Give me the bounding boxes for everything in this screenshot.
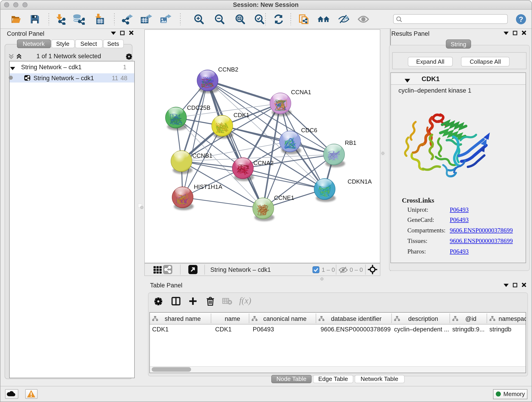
svg-text:CDK1: CDK1 [234, 111, 249, 118]
svg-text:RB1: RB1 [345, 139, 356, 146]
svg-text:CDKN1A: CDKN1A [348, 178, 372, 185]
svg-text:CCNA1: CCNA1 [291, 89, 311, 95]
svg-text:CDC25B: CDC25B [187, 104, 210, 111]
svg-text:CCNA2: CCNA2 [253, 159, 273, 166]
svg-text:CCNB2: CCNB2 [218, 66, 238, 73]
svg-text:CDC6: CDC6 [301, 127, 317, 133]
svg-text:?: ? [519, 15, 523, 23]
svg-text:CCNB1: CCNB1 [192, 152, 212, 159]
svg-text:HIST1H1A: HIST1H1A [194, 183, 222, 190]
svg-text:CCNE1: CCNE1 [274, 194, 294, 201]
